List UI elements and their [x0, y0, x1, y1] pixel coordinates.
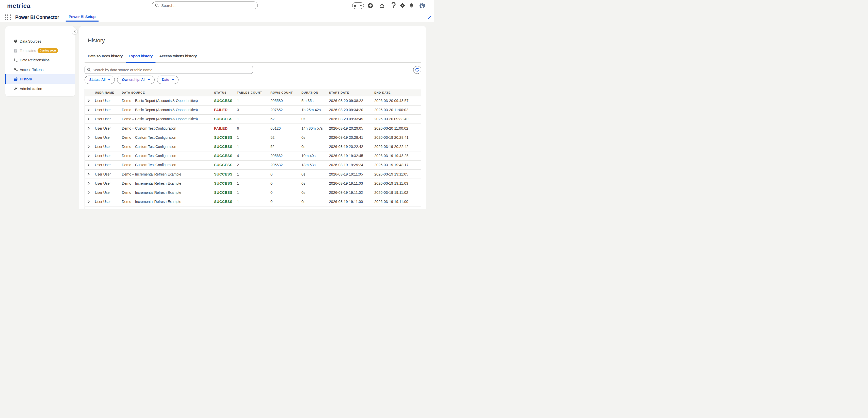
- cell-rows-count: 205632: [271, 163, 302, 167]
- setup-gear-icon[interactable]: [400, 3, 405, 8]
- expand-row-chevron-icon[interactable]: [87, 163, 90, 166]
- cell-data-source: Demo – Incremental Refresh Example: [122, 200, 214, 204]
- expand-row-chevron-icon[interactable]: [87, 173, 90, 176]
- relationships-icon: [14, 58, 18, 62]
- cell-rows-count: 0: [271, 181, 302, 185]
- cell-start-date: 2026-03-19 20:29:05: [329, 126, 375, 130]
- cell-user-name: User User: [95, 135, 122, 140]
- avatar[interactable]: [420, 3, 425, 8]
- cell-tables-count: 1: [237, 135, 271, 140]
- filter-status[interactable]: Status: All: [85, 76, 115, 84]
- global-add-button[interactable]: [368, 3, 373, 8]
- col-end-date: END DATE: [374, 91, 422, 94]
- expand-row-chevron-icon[interactable]: [87, 99, 90, 102]
- cell-status: SUCCESS: [214, 181, 237, 185]
- tab-export-history[interactable]: Export history: [129, 54, 153, 62]
- active-tab-underline: [65, 21, 99, 22]
- sidebar-item-access-tokens[interactable]: Access Tokens: [5, 65, 75, 74]
- table-row: User User Demo – Custom Test Configurati…: [85, 151, 421, 160]
- cell-duration: 0s: [302, 172, 329, 176]
- app-launcher-waffle-icon[interactable]: [4, 14, 11, 21]
- edit-pencil-icon[interactable]: [427, 16, 431, 20]
- sidebar-item-label: Data Sources: [20, 39, 41, 43]
- table-row: User User Demo – Incremental Refresh Exa…: [85, 179, 421, 188]
- expand-row-chevron-icon[interactable]: [87, 200, 90, 203]
- cell-start-date: 2026-03-19 19:32:45: [329, 154, 375, 158]
- sidebar-item-history[interactable]: 7 History: [5, 74, 75, 84]
- col-start-date: START DATE: [329, 91, 375, 94]
- cell-status: SUCCESS: [214, 117, 237, 121]
- cell-data-source: Demo – Basic Report (Accounts & Opportun…: [122, 117, 214, 121]
- sidebar-item-templates[interactable]: Templates Coming soon: [5, 46, 75, 55]
- expand-row-chevron-icon[interactable]: [87, 191, 90, 194]
- sidebar-item-data-sources[interactable]: Data Sources: [5, 37, 75, 46]
- cell-tables-count: 1: [237, 200, 271, 204]
- cell-end-date: 2026-03-19 19:11:02: [374, 190, 422, 195]
- notifications-bell-icon[interactable]: [409, 3, 414, 8]
- tab-data-sources-history[interactable]: Data sources history: [88, 54, 123, 62]
- expand-row-chevron-icon[interactable]: [87, 154, 90, 157]
- cell-status: FAILED: [214, 126, 237, 130]
- cell-user-name: User User: [95, 172, 122, 176]
- cell-user-name: User User: [95, 200, 122, 204]
- cell-status: FAILED: [214, 108, 237, 112]
- cell-end-date: 2026-03-19 19:48:17: [374, 163, 422, 167]
- cell-user-name: User User: [95, 99, 122, 103]
- tab-access-tokens-history[interactable]: Access tokens history: [159, 54, 197, 62]
- key-icon: [14, 67, 18, 72]
- expand-row-chevron-icon[interactable]: [87, 117, 90, 120]
- table-row: User User Demo – Custom Test Configurati…: [85, 133, 421, 142]
- cell-start-date: 2026-03-19 20:22:42: [329, 145, 375, 149]
- refresh-button[interactable]: [413, 66, 421, 74]
- expand-row-chevron-icon[interactable]: [87, 136, 90, 139]
- cell-rows-count: 205580: [271, 99, 302, 103]
- sidebar-item-administration[interactable]: Administration: [5, 84, 75, 93]
- cell-tables-count: 2: [237, 163, 271, 167]
- cell-duration: 0s: [302, 145, 329, 149]
- cell-end-date: 2026-03-20 09:43:57: [374, 99, 422, 103]
- chevron-down-icon: [148, 79, 150, 81]
- cell-data-source: Demo – Custom Test Configuration: [122, 163, 214, 167]
- expand-row-chevron-icon[interactable]: [87, 145, 90, 148]
- filter-label: Date: [162, 78, 169, 82]
- cell-data-source: Demo – Incremental Refresh Example: [122, 190, 214, 195]
- sidebar: Data Sources Templates Coming soon: [5, 26, 75, 96]
- trailhead-icon[interactable]: [379, 3, 385, 8]
- tab-power-bi-setup[interactable]: Power BI Setup: [65, 14, 99, 22]
- filter-ownership[interactable]: Ownership: All: [117, 76, 155, 84]
- table-row: User User Demo – Incremental Refresh Exa…: [85, 188, 421, 197]
- filter-date[interactable]: Date: [157, 76, 179, 84]
- table-search[interactable]: [85, 66, 253, 74]
- col-status: STATUS: [214, 91, 237, 94]
- cell-tables-count: 3: [237, 108, 271, 112]
- export-history-table: USER NAME DATA SOURCE STATUS TABLES COUN…: [85, 89, 422, 209]
- sidebar-collapse-button[interactable]: [72, 29, 78, 34]
- cell-data-source: Demo – Custom Test Configuration: [122, 135, 214, 140]
- expand-row-chevron-icon[interactable]: [87, 108, 90, 111]
- clipboard-icon: [14, 49, 18, 53]
- table-search-input[interactable]: [93, 68, 251, 72]
- pie-chart-icon: [14, 39, 18, 43]
- calendar-icon: 7: [14, 77, 18, 81]
- cell-user-name: User User: [95, 117, 122, 121]
- help-icon[interactable]: [391, 2, 396, 9]
- sidebar-item-data-relationships[interactable]: Data Relationships: [5, 55, 75, 65]
- expand-row-chevron-icon[interactable]: [87, 127, 90, 130]
- cell-duration: 18m 53s: [302, 163, 329, 167]
- cell-duration: 0s: [302, 190, 329, 195]
- cell-data-source: Demo – Basic Report (Accounts & Opportun…: [122, 99, 214, 103]
- favorites-caret-button[interactable]: [358, 3, 364, 9]
- favorites-star-button[interactable]: [352, 3, 358, 9]
- cell-data-source: Demo – Custom Test Configuration: [122, 126, 214, 130]
- cell-tables-count: 1: [237, 190, 271, 195]
- cell-user-name: User User: [95, 108, 122, 112]
- table-row: User User Demo – Custom Test Configurati…: [85, 160, 421, 169]
- expand-row-chevron-icon[interactable]: [87, 182, 90, 185]
- table-body: User User Demo – Basic Report (Accounts …: [85, 96, 421, 206]
- cell-duration: 5m 35s: [302, 99, 329, 103]
- cell-tables-count: 1: [237, 172, 271, 176]
- cell-duration: 10m 40s: [302, 154, 329, 158]
- cell-start-date: 2026-03-19 19:11:03: [329, 181, 375, 185]
- col-data-source: DATA SOURCE: [122, 91, 214, 94]
- cell-user-name: User User: [95, 154, 122, 158]
